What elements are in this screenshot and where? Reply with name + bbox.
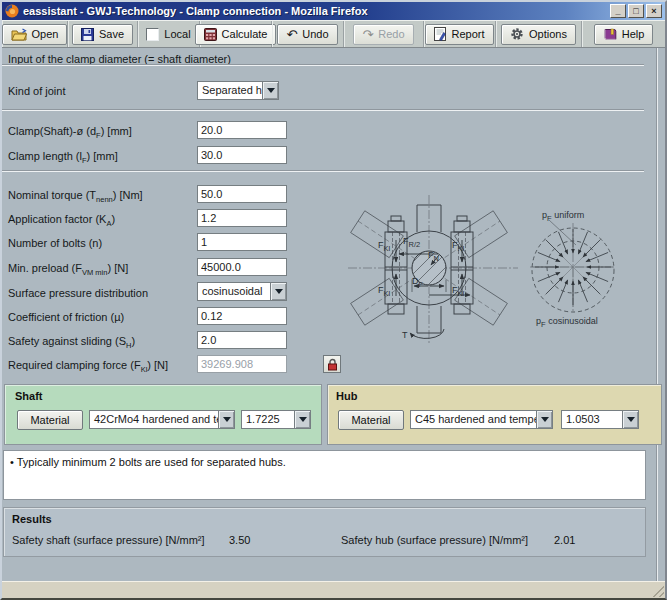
safety-sliding-label: Safety against sliding (SH) [8,335,135,348]
help-button[interactable]: Help [594,24,654,45]
shaft-standard-value: 1.7225 [241,410,294,429]
clamp-length-input[interactable] [197,146,287,164]
clamp-diameter-input[interactable] [197,121,287,139]
kind-of-joint-value: Separated hub [197,81,262,100]
hub-material-select[interactable]: C45 hardened and temper... [410,410,553,429]
open-folder-icon [11,28,27,41]
shaft-material-select[interactable]: 42CrMo4 hardened and te... [89,410,235,429]
diagram-label-fkl: FKl [378,240,390,250]
diagram-label-fkl: FKl [378,285,390,295]
redo-arrow-icon: ↷ [362,28,373,41]
required-clamping-force-input [197,355,287,373]
min-preload-input[interactable] [197,258,287,276]
shaft-standard-select[interactable]: 1.7225 [241,410,311,429]
clamp-length-label: Clamp length (lF) [mm] [8,150,118,163]
kind-of-joint-label: Kind of joint [8,85,65,98]
undo-arrow-icon: ↶ [286,28,297,41]
hub-panel-title: Hub [336,390,357,402]
toolbar-cell-save: Save [68,21,138,47]
hub-standard-value: 1.0503 [561,410,622,429]
number-of-bolts-input[interactable] [197,233,287,251]
clamp-connection-diagram [340,183,660,378]
chevron-down-icon[interactable] [270,282,287,301]
friction-coefficient-input[interactable] [197,307,287,325]
safety-shaft-value: 3.50 [229,534,250,546]
report-document-icon [434,27,446,41]
toolbar: Open Save Local [2,20,665,48]
toolbar-cell-calculate: Calculate [200,21,272,47]
separator [2,170,644,172]
separator [2,64,644,66]
diagram-label-fkl: FKl [452,240,464,250]
clamp-diameter-label: Clamp(Shaft)-ø (dF) [mm] [8,125,132,138]
open-button[interactable]: Open [2,24,68,45]
min-preload-label: Min. preload (FVM min) [N] [8,262,128,275]
diagram-label-torque: T [402,330,408,340]
diagram-label-uniform: pF uniform [542,210,584,220]
number-of-bolts-label: Number of bolts (n) [8,237,102,250]
toolbar-cell-options: Options [496,21,582,47]
status-bar [2,581,665,598]
undo-button[interactable]: ↶ Undo [277,24,337,45]
diagram-label-fn: FN [428,250,439,260]
title-bar[interactable]: eassistant - GWJ-Technology - Clamp conn… [2,2,665,20]
maximize-button[interactable]: □ [628,4,644,18]
save-floppy-icon [81,28,94,41]
save-button[interactable]: Save [72,24,133,45]
redo-button[interactable]: ↷ Redo [353,24,413,45]
required-clamping-force-label: Required clamping force (FKl) [N] [8,359,168,372]
chevron-down-icon[interactable] [622,410,639,429]
firefox-window: eassistant - GWJ-Technology - Clamp conn… [0,0,667,600]
hub-material-value: C45 hardened and temper... [410,410,536,429]
chevron-down-icon[interactable] [218,410,235,429]
diagram-label-fkl: FKl [452,285,464,295]
surface-pressure-value: cosinusoidal [197,282,270,301]
surface-pressure-label: Surface pressure distribution [8,287,148,300]
safety-hub-value: 2.01 [554,534,575,546]
local-checkbox-label: Local [164,28,190,40]
report-button[interactable]: Report [425,24,493,45]
chevron-down-icon[interactable] [536,410,553,429]
firefox-icon [5,4,19,18]
hub-material-button[interactable]: Material [338,410,404,430]
calculate-button[interactable]: Calculate [195,24,277,45]
friction-coefficient-label: Coefficient of friction (µ) [8,311,124,324]
results-panel: Results Safety shaft (surface pressure) … [3,507,646,557]
resize-grip[interactable] [650,583,664,597]
hub-panel: Hub Material C45 hardened and temper... … [327,384,662,445]
toolbar-cell-local: Local [138,21,200,47]
safety-sliding-input[interactable] [197,331,287,349]
toolbar-cell-redo: ↷ Redo [344,21,424,47]
nominal-torque-input[interactable] [197,185,287,203]
calculator-icon [204,28,217,41]
application-factor-input[interactable] [197,209,287,227]
nominal-torque-label: Nominal torque (Tnenn) [Nm] [8,189,143,202]
options-gear-icon [510,27,524,41]
lock-button[interactable] [323,355,341,373]
chevron-down-icon[interactable] [262,81,279,100]
toolbar-cell-help: Help [582,21,665,47]
separator [2,109,644,111]
results-title: Results [12,513,52,525]
local-checkbox[interactable] [146,28,159,41]
shaft-panel: Shaft Material 42CrMo4 hardened and te..… [4,384,322,445]
minimize-button[interactable]: _ [610,4,626,18]
hub-standard-select[interactable]: 1.0503 [561,410,639,429]
toolbar-cell-report: Report [424,21,496,47]
close-button[interactable]: × [646,4,662,18]
help-book-icon [603,28,617,41]
options-button[interactable]: Options [501,24,576,45]
toolbar-cell-open: Open [2,21,68,47]
shaft-panel-title: Shaft [15,390,43,402]
surface-pressure-select[interactable]: cosinusoidal [197,282,287,301]
diagram-label-df: DF [412,276,423,286]
application-factor-label: Application factor (KA) [8,213,115,226]
lock-icon [327,358,338,371]
toolbar-cell-undo: ↶ Undo [272,21,344,47]
shaft-material-button[interactable]: Material [17,410,83,430]
chevron-down-icon[interactable] [294,410,311,429]
kind-of-joint-select[interactable]: Separated hub [197,81,279,100]
diagram-label-fr2: FR/2 [403,236,420,246]
diagram-label-cosinusoidal: pF cosinusoidal [536,316,598,326]
window-controls: _ □ × [610,4,662,18]
